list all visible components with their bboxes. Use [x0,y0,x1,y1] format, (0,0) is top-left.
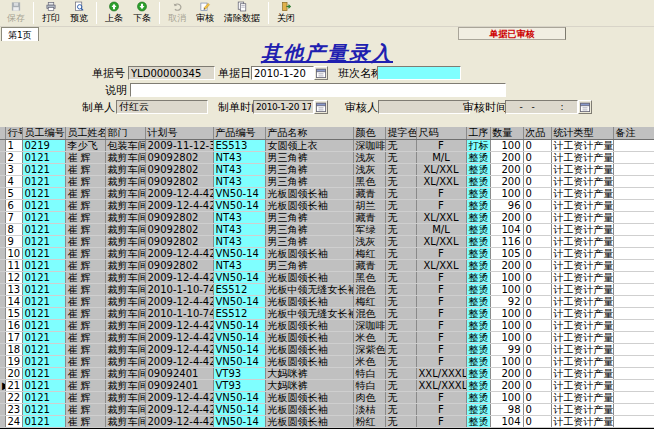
grid-cell[interactable]: F [416,331,466,343]
grid-cell[interactable] [613,343,654,355]
grid-cell[interactable]: 崔 辉 [65,343,105,355]
grid-cell[interactable]: 8 [5,223,22,235]
grid-cell[interactable]: 0 [523,367,551,379]
grid-cell[interactable]: 09092802 [145,151,213,163]
grid-cell[interactable]: 计工资计产量 [551,151,613,163]
cancel-button[interactable]: 取消 [163,0,191,26]
grid-cell[interactable]: 2009-12-4-428 [145,415,213,427]
grid-cell[interactable]: 无 [385,379,416,391]
grid-cell[interactable]: VT93 [213,379,265,391]
grid-cell[interactable]: 116 [490,235,523,247]
grid-cell[interactable]: 整烫 [466,379,490,391]
grid-cell[interactable] [613,235,654,247]
grid-cell[interactable]: 崔 辉 [65,355,105,367]
grid-cell[interactable]: 09092802 [145,163,213,175]
grid-cell[interactable]: 5 [5,187,22,199]
grid-cell[interactable]: 22 [5,391,22,403]
grid-cell[interactable]: 计工资计产量 [551,247,613,259]
grid-cell[interactable]: 无 [385,199,416,211]
grid-cell[interactable]: 计工资计产量 [551,391,613,403]
grid-cell[interactable] [613,379,654,391]
grid-cell[interactable]: VN50-14 [213,355,265,367]
grid-cell[interactable]: 11 [5,259,22,271]
grid-cell[interactable]: 浅灰 [353,235,385,247]
grid-cell[interactable]: 计工资计产量 [551,283,613,295]
grid-cell[interactable]: 裁剪车间 [105,271,145,283]
grid-cell[interactable]: 99 [490,343,523,355]
grid-cell[interactable]: 100 [490,187,523,199]
grid-cell[interactable]: 0121 [22,355,65,367]
grid-cell[interactable]: 0 [523,319,551,331]
grid-cell[interactable]: 裁剪车间 [105,259,145,271]
grid-cell[interactable]: 计工资计产量 [551,163,613,175]
column-header[interactable]: 颜色 [353,127,385,139]
grid-cell[interactable]: 无 [385,187,416,199]
grid-cell[interactable]: 崔 辉 [65,199,105,211]
grid-cell[interactable]: 裁剪车间 [105,163,145,175]
grid-cell[interactable]: F [416,199,466,211]
grid-cell[interactable]: F [416,355,466,367]
grid-cell[interactable]: 0121 [22,235,65,247]
grid-cell[interactable]: 计工资计产量 [551,259,613,271]
grid-cell[interactable]: 0 [523,391,551,403]
grid-cell[interactable]: 98 [490,403,523,415]
grid-cell[interactable]: 裁剪车间 [105,367,145,379]
grid-cell[interactable]: 计工资计产量 [551,379,613,391]
grid-cell[interactable]: 梅红 [353,295,385,307]
grid-cell[interactable] [613,163,654,175]
grid-cell[interactable]: 200 [490,163,523,175]
grid-cell[interactable]: 0 [523,187,551,199]
grid-cell[interactable]: 0121 [22,247,65,259]
grid-cell[interactable] [613,223,654,235]
grid-cell[interactable]: 无 [385,259,416,271]
grid-cell[interactable]: 100 [490,319,523,331]
grid-cell[interactable]: F [416,307,466,319]
grid-cell[interactable]: XL/XXL [416,175,466,187]
grid-cell[interactable]: 0121 [22,379,65,391]
grid-cell[interactable]: XL/XXL [416,259,466,271]
grid-cell[interactable]: 崔 辉 [65,367,105,379]
grid-cell[interactable]: 100 [490,391,523,403]
grid-cell[interactable]: 无 [385,307,416,319]
grid-cell[interactable]: 16 [5,319,22,331]
grid-cell[interactable]: 米色 [353,355,385,367]
grid-cell[interactable]: 肉色 [353,391,385,403]
grid-cell[interactable]: 0 [523,379,551,391]
column-header[interactable]: 员工编号 [22,127,65,139]
grid-cell[interactable]: XL/XXL [416,235,466,247]
grid-cell[interactable] [613,355,654,367]
grid-cell[interactable]: VN50-14 [213,391,265,403]
grid-cell[interactable]: VN50-14 [213,319,265,331]
grid-cell[interactable]: 200 [490,379,523,391]
grid-cell[interactable]: 2009-12-4-428 [145,187,213,199]
grid-cell[interactable]: 2009-12-4-428 [145,295,213,307]
grid-cell[interactable]: 混色 [353,307,385,319]
grid-cell[interactable]: 0121 [22,151,65,163]
grid-cell[interactable]: 崔 辉 [65,151,105,163]
grid-cell[interactable]: NT43 [213,223,265,235]
grid-cell[interactable]: 0 [523,151,551,163]
grid-cell[interactable]: 浅灰 [353,151,385,163]
grid-cell[interactable]: NT43 [213,259,265,271]
grid-cell[interactable]: 0121 [22,199,65,211]
grid-cell[interactable]: 无 [385,223,416,235]
grid-cell[interactable]: 粉红 [353,415,385,427]
grid-cell[interactable]: 无 [385,235,416,247]
save-button[interactable]: 保存 [2,0,30,26]
grid-cell[interactable]: 计工资计产量 [551,343,613,355]
grid-cell[interactable]: 2009-11-12-322 [145,139,213,151]
grid-cell[interactable]: 裁剪车间 [105,175,145,187]
grid-cell[interactable]: 计工资计产量 [551,139,613,151]
grid-cell[interactable]: 整烫 [466,403,490,415]
grid-cell[interactable]: 18 [5,343,22,355]
grid-cell[interactable]: 105 [490,247,523,259]
shift-name-field[interactable] [377,66,461,80]
grid-cell[interactable]: 特白 [353,379,385,391]
grid-cell[interactable]: 裁剪车间 [105,331,145,343]
grid-cell[interactable]: 2009-12-4-428 [145,271,213,283]
grid-cell[interactable]: ES512 [213,307,265,319]
grid-cell[interactable] [613,151,654,163]
grid-cell[interactable]: 计工资计产量 [551,211,613,223]
grid-cell[interactable]: 光板圆领长袖 [265,295,353,307]
grid-cell[interactable]: VN50-14 [213,247,265,259]
